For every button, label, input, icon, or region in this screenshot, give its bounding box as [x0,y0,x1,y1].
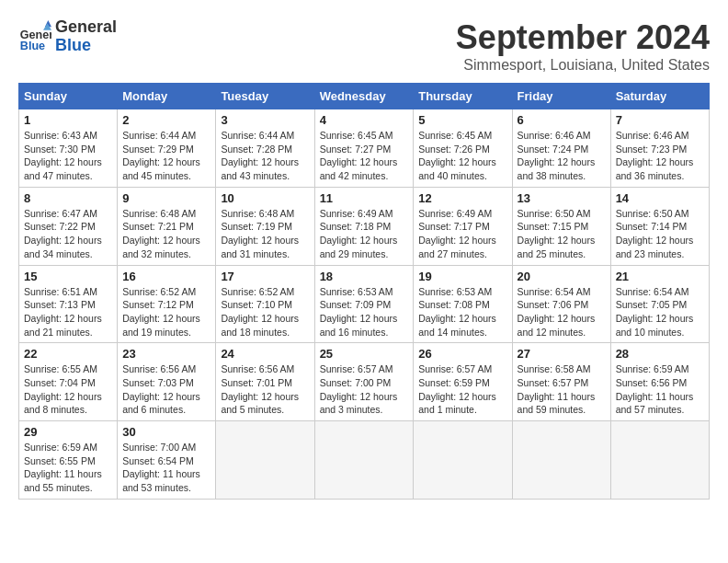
day-info: Sunrise: 6:52 AMSunset: 7:12 PMDaylight:… [122,285,210,339]
location-subtitle: Simmesport, Louisiana, United States [456,57,710,74]
day-number: 4 [320,113,409,127]
day-info: Sunrise: 6:57 AMSunset: 7:00 PMDaylight:… [320,362,409,417]
day-info: Sunrise: 6:45 AMSunset: 7:26 PMDaylight:… [418,129,506,183]
table-row: 1Sunrise: 6:43 AMSunset: 7:30 PMDaylight… [19,109,118,188]
day-info: Sunrise: 6:56 AMSunset: 7:01 PMDaylight:… [221,362,309,417]
day-number: 8 [24,191,112,205]
table-row: 6Sunrise: 6:46 AMSunset: 7:24 PMDaylight… [512,109,610,188]
day-number: 15 [24,270,112,283]
day-number: 16 [122,270,210,283]
col-sunday: Sunday [19,84,118,109]
day-number: 6 [518,113,606,127]
day-number: 19 [418,270,506,283]
table-row: 30Sunrise: 7:00 AMSunset: 6:54 PMDayligh… [118,421,216,500]
table-row [216,421,314,500]
day-info: Sunrise: 6:59 AMSunset: 6:56 PMDaylight:… [616,362,704,417]
table-row [610,421,709,500]
day-info: Sunrise: 6:46 AMSunset: 7:24 PMDaylight:… [518,129,606,183]
table-row: 5Sunrise: 6:45 AMSunset: 7:26 PMDaylight… [414,109,512,188]
col-monday: Monday [118,84,216,109]
table-row: 14Sunrise: 6:50 AMSunset: 7:14 PMDayligh… [610,187,709,265]
table-row: 15Sunrise: 6:51 AMSunset: 7:13 PMDayligh… [19,265,118,343]
day-info: Sunrise: 6:53 AMSunset: 7:09 PMDaylight:… [320,285,409,339]
table-row: 29Sunrise: 6:59 AMSunset: 6:55 PMDayligh… [19,421,118,500]
day-number: 26 [418,347,506,361]
table-row [512,421,610,500]
day-number: 17 [221,270,309,283]
day-info: Sunrise: 6:54 AMSunset: 7:06 PMDaylight:… [518,285,606,339]
day-number: 10 [221,191,309,205]
day-number: 3 [221,113,309,127]
table-row: 7Sunrise: 6:46 AMSunset: 7:23 PMDaylight… [610,109,709,188]
day-number: 25 [320,347,409,361]
col-wednesday: Wednesday [314,84,414,109]
logo-line1: General [55,18,117,37]
day-info: Sunrise: 6:48 AMSunset: 7:19 PMDaylight:… [221,207,309,261]
table-row: 11Sunrise: 6:49 AMSunset: 7:18 PMDayligh… [314,187,414,265]
col-tuesday: Tuesday [216,84,314,109]
day-info: Sunrise: 6:56 AMSunset: 7:03 PMDaylight:… [122,362,210,417]
logo-icon: General Blue [18,20,51,53]
day-info: Sunrise: 6:44 AMSunset: 7:28 PMDaylight:… [221,129,309,183]
table-row [414,421,512,500]
table-row: 2Sunrise: 6:44 AMSunset: 7:29 PMDaylight… [118,109,216,188]
calendar-week-row: 22Sunrise: 6:55 AMSunset: 7:04 PMDayligh… [19,343,710,421]
day-info: Sunrise: 6:44 AMSunset: 7:29 PMDaylight:… [122,129,210,183]
day-info: Sunrise: 6:48 AMSunset: 7:21 PMDaylight:… [122,207,210,261]
calendar-week-row: 1Sunrise: 6:43 AMSunset: 7:30 PMDaylight… [19,109,710,188]
table-row: 4Sunrise: 6:45 AMSunset: 7:27 PMDaylight… [314,109,414,188]
table-row: 10Sunrise: 6:48 AMSunset: 7:19 PMDayligh… [216,187,314,265]
day-number: 18 [320,270,409,283]
day-number: 7 [616,113,704,127]
table-row: 17Sunrise: 6:52 AMSunset: 7:10 PMDayligh… [216,265,314,343]
page-header: General Blue General Blue September 2024… [18,18,710,74]
table-row: 13Sunrise: 6:50 AMSunset: 7:15 PMDayligh… [512,187,610,265]
day-number: 2 [122,113,210,127]
day-info: Sunrise: 6:58 AMSunset: 6:57 PMDaylight:… [518,362,606,417]
day-info: Sunrise: 6:46 AMSunset: 7:23 PMDaylight:… [616,129,704,183]
calendar-table: Sunday Monday Tuesday Wednesday Thursday… [18,83,710,500]
day-info: Sunrise: 6:49 AMSunset: 7:17 PMDaylight:… [418,207,506,261]
day-info: Sunrise: 7:00 AMSunset: 6:54 PMDaylight:… [122,441,210,495]
table-row: 24Sunrise: 6:56 AMSunset: 7:01 PMDayligh… [216,343,314,421]
table-row: 8Sunrise: 6:47 AMSunset: 7:22 PMDaylight… [19,187,118,265]
table-row: 20Sunrise: 6:54 AMSunset: 7:06 PMDayligh… [512,265,610,343]
table-row: 16Sunrise: 6:52 AMSunset: 7:12 PMDayligh… [118,265,216,343]
month-title: September 2024 [456,18,710,57]
day-info: Sunrise: 6:50 AMSunset: 7:15 PMDaylight:… [518,207,606,261]
day-info: Sunrise: 6:54 AMSunset: 7:05 PMDaylight:… [616,285,704,339]
calendar-week-row: 29Sunrise: 6:59 AMSunset: 6:55 PMDayligh… [19,421,710,500]
day-info: Sunrise: 6:55 AMSunset: 7:04 PMDaylight:… [24,362,112,417]
table-row: 12Sunrise: 6:49 AMSunset: 7:17 PMDayligh… [414,187,512,265]
day-number: 9 [122,191,210,205]
day-number: 5 [418,113,506,127]
table-row: 25Sunrise: 6:57 AMSunset: 7:00 PMDayligh… [314,343,414,421]
day-number: 12 [418,191,506,205]
table-row [314,421,414,500]
table-row: 18Sunrise: 6:53 AMSunset: 7:09 PMDayligh… [314,265,414,343]
day-info: Sunrise: 6:52 AMSunset: 7:10 PMDaylight:… [221,285,309,339]
logo: General Blue General Blue [18,18,117,55]
table-row: 19Sunrise: 6:53 AMSunset: 7:08 PMDayligh… [414,265,512,343]
day-number: 14 [616,191,704,205]
day-info: Sunrise: 6:51 AMSunset: 7:13 PMDaylight:… [24,285,112,339]
svg-text:Blue: Blue [20,40,45,52]
calendar-header-row: Sunday Monday Tuesday Wednesday Thursday… [19,84,710,109]
day-info: Sunrise: 6:49 AMSunset: 7:18 PMDaylight:… [320,207,409,261]
col-thursday: Thursday [414,84,512,109]
day-info: Sunrise: 6:53 AMSunset: 7:08 PMDaylight:… [418,285,506,339]
table-row: 28Sunrise: 6:59 AMSunset: 6:56 PMDayligh… [610,343,709,421]
logo-line2: Blue [55,37,117,55]
table-row: 27Sunrise: 6:58 AMSunset: 6:57 PMDayligh… [512,343,610,421]
table-row: 3Sunrise: 6:44 AMSunset: 7:28 PMDaylight… [216,109,314,188]
table-row: 26Sunrise: 6:57 AMSunset: 6:59 PMDayligh… [414,343,512,421]
day-number: 28 [616,347,704,361]
day-info: Sunrise: 6:47 AMSunset: 7:22 PMDaylight:… [24,207,112,261]
day-number: 22 [24,347,112,361]
day-number: 29 [24,425,112,439]
col-saturday: Saturday [610,84,709,109]
table-row: 9Sunrise: 6:48 AMSunset: 7:21 PMDaylight… [118,187,216,265]
day-info: Sunrise: 6:59 AMSunset: 6:55 PMDaylight:… [24,441,112,495]
day-info: Sunrise: 6:45 AMSunset: 7:27 PMDaylight:… [320,129,409,183]
day-number: 11 [320,191,409,205]
